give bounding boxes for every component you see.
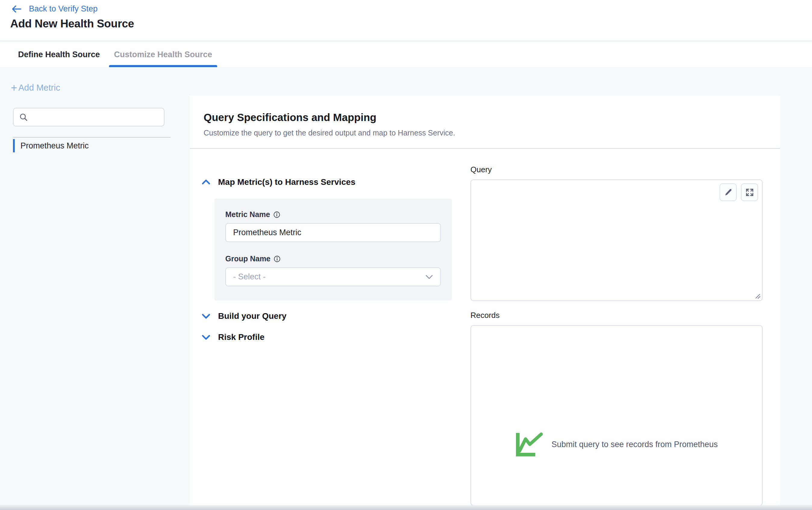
metric-mapping-form: Metric Name Group Name - Select - [214, 199, 452, 300]
panel-header: Query Specifications and Mapping Customi… [190, 96, 780, 149]
metric-name-input[interactable] [225, 223, 441, 242]
tab-label: Customize Health Source [114, 50, 212, 59]
query-textarea[interactable] [470, 179, 763, 301]
line-chart-icon [515, 432, 546, 457]
selected-indicator-bar [13, 139, 15, 152]
fullscreen-icon [746, 188, 754, 197]
info-icon[interactable] [273, 211, 281, 218]
section-risk-profile[interactable]: Risk Profile [201, 331, 264, 343]
group-name-select[interactable]: - Select - [225, 267, 441, 286]
section-map-metrics[interactable]: Map Metric(s) to Harness Services [201, 176, 355, 188]
page-title: Add New Health Source [10, 18, 134, 30]
section-label: Map Metric(s) to Harness Services [218, 177, 355, 187]
plus-icon: + [11, 83, 17, 92]
section-label: Risk Profile [218, 332, 264, 342]
panel-subtitle: Customize the query to get the desired o… [204, 128, 766, 137]
expand-query-button[interactable] [741, 183, 758, 201]
chevron-down-icon [201, 334, 211, 340]
back-arrow-icon [11, 5, 22, 13]
records-empty-state: Submit query to see records from Prometh… [471, 432, 762, 457]
back-link-label: Back to Verify Step [29, 4, 97, 13]
group-name-label-row: Group Name [225, 254, 452, 263]
section-label: Build your Query [218, 311, 286, 321]
records-empty-message: Submit query to see records from Prometh… [551, 440, 718, 449]
sidebar-item-prometheus-metric[interactable]: Prometheus Metric [13, 139, 89, 152]
add-metric-label: Add Metric [18, 83, 60, 93]
bottom-edge-strip [0, 505, 812, 510]
main-panel: Query Specifications and Mapping Customi… [190, 96, 780, 505]
metric-item-label: Prometheus Metric [21, 141, 89, 151]
search-icon [19, 113, 28, 122]
back-link[interactable]: Back to Verify Step [11, 4, 97, 13]
chevron-down-icon [425, 275, 433, 279]
tab-label: Define Health Source [18, 50, 100, 59]
tab-bar: Define Health Source Customize Health So… [0, 42, 812, 67]
tab-define-health-source[interactable]: Define Health Source [13, 42, 105, 67]
sidebar-divider [13, 137, 171, 138]
select-placeholder: - Select - [233, 272, 266, 281]
info-icon[interactable] [273, 255, 281, 263]
chevron-down-icon [201, 313, 211, 320]
chevron-up-icon [201, 179, 211, 185]
metric-name-label: Metric Name [225, 210, 270, 219]
group-name-label: Group Name [225, 254, 270, 263]
metric-search-input[interactable] [13, 108, 165, 126]
content-area: + Add Metric Prometheus Metric Query Spe… [0, 67, 812, 510]
metric-name-label-row: Metric Name [225, 210, 452, 219]
page-header: Back to Verify Step Add New Health Sourc… [0, 0, 812, 41]
query-label: Query [470, 165, 492, 174]
tab-customize-health-source[interactable]: Customize Health Source [109, 42, 218, 67]
section-build-your-query[interactable]: Build your Query [201, 310, 286, 322]
edit-query-button[interactable] [720, 183, 737, 201]
panel-title: Query Specifications and Mapping [204, 111, 766, 123]
pencil-icon [724, 188, 732, 197]
active-tab-underline [109, 65, 218, 67]
records-label: Records [470, 311, 500, 320]
resize-handle-icon[interactable] [754, 292, 761, 300]
records-panel: Submit query to see records from Prometh… [470, 325, 763, 505]
query-toolbar [720, 183, 758, 201]
add-metric-button[interactable]: + Add Metric [11, 83, 60, 93]
